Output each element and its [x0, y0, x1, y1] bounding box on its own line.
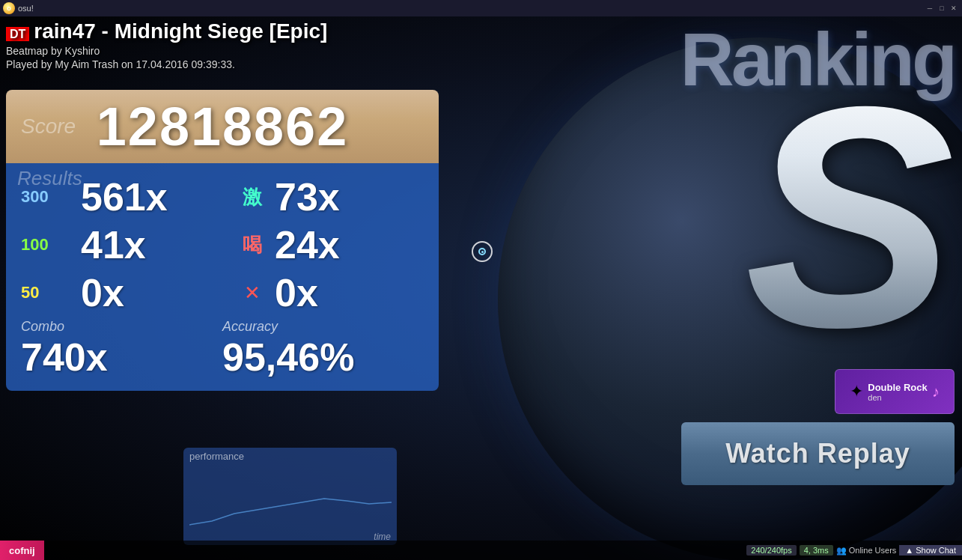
online-users-label: Online Users: [849, 546, 897, 555]
value-noki: 24x: [275, 222, 424, 267]
double-rock-badge: ✦ Double Rock den ♪: [835, 369, 955, 414]
cursor-dot: [481, 251, 484, 253]
combo-acc-row: Combo 740x Accuracy 95,46%: [21, 319, 424, 380]
score-panel: Score 12818862 Results 300 561x 激 73x 10…: [6, 90, 439, 391]
user-badge: cofnij: [0, 541, 44, 560]
online-users-indicator: 👥 Online Users: [836, 546, 897, 556]
label-noki: 喝: [230, 232, 275, 258]
mod-badges: DT: [6, 27, 29, 41]
watch-replay-button[interactable]: Watch Replay: [681, 422, 955, 485]
star-icon: ✦: [850, 382, 863, 401]
score-box: Score 12818862: [6, 90, 439, 163]
label-katu: 激: [230, 184, 275, 210]
double-rock-name: Double Rock: [868, 382, 927, 393]
cursor-inner: [478, 248, 486, 255]
game-cursor: [472, 241, 493, 262]
value-katu: 73x: [275, 174, 424, 219]
fps-display: 240/240fps: [746, 545, 796, 556]
score-value: 12818862: [97, 97, 348, 156]
show-chat-button[interactable]: ▲ Show Chat: [899, 545, 962, 556]
results-label: Results: [17, 167, 82, 190]
close-button[interactable]: ✕: [949, 3, 959, 13]
titlebar-controls: ─ □ ✕: [925, 3, 959, 13]
bottom-right-bar: 240/240fps 4, 3ms 👥 Online Users ▲ Show …: [746, 545, 962, 556]
people-icon: 👥: [836, 546, 847, 556]
miss-icon: ✕: [230, 281, 275, 305]
stats-grid: 300 561x 激 73x 100 41x 喝 24x 50 0x ✕ 0x: [21, 174, 424, 315]
value-300: 561x: [81, 174, 230, 219]
value-miss: 0x: [275, 270, 424, 315]
value-50: 0x: [81, 270, 230, 315]
combo-value: 740x: [21, 335, 222, 380]
titlebar: o osu! ─ □ ✕: [0, 0, 962, 16]
chevron-up-icon: ▲: [905, 546, 913, 555]
played-by: Played by My Aim Trash on 17.04.2016 09:…: [6, 58, 327, 70]
minimize-button[interactable]: ─: [925, 3, 935, 13]
performance-label: performance: [183, 448, 397, 465]
performance-panel: performance time: [183, 448, 397, 545]
grade-display: S: [745, 37, 955, 397]
value-100: 41x: [81, 222, 230, 267]
latency-display: 4, 3ms: [800, 545, 833, 556]
accuracy-value: 95,46%: [222, 335, 424, 380]
titlebar-title: osu!: [18, 4, 925, 13]
beatmap-by: Beatmap by Kyshiro: [6, 45, 327, 57]
label-50: 50: [21, 283, 81, 302]
bottom-bar: cofnij 240/240fps 4, 3ms 👥 Online Users …: [0, 541, 962, 560]
score-label: Score: [21, 115, 76, 139]
performance-graph: [189, 465, 392, 532]
double-rock-subname: den: [868, 393, 927, 402]
double-rock-text: Double Rock den: [868, 382, 927, 402]
combo-label: Combo: [21, 319, 222, 335]
song-title: DTrain47 - Midnight Siege [Epic]: [6, 19, 327, 43]
show-chat-label: Show Chat: [916, 546, 956, 555]
label-100: 100: [21, 235, 81, 255]
accuracy-section: Accuracy 95,46%: [222, 319, 424, 380]
app-icon: o: [3, 2, 15, 14]
song-info: DTrain47 - Midnight Siege [Epic] Beatmap…: [6, 19, 327, 70]
maximize-button[interactable]: □: [937, 3, 947, 13]
results-panel: Results 300 561x 激 73x 100 41x 喝 24x 50 …: [6, 163, 439, 391]
music-note-icon: ♪: [932, 383, 940, 401]
grade-letter: S: [745, 60, 955, 374]
combo-section: Combo 740x: [21, 319, 222, 380]
accuracy-label: Accuracy: [222, 319, 424, 335]
